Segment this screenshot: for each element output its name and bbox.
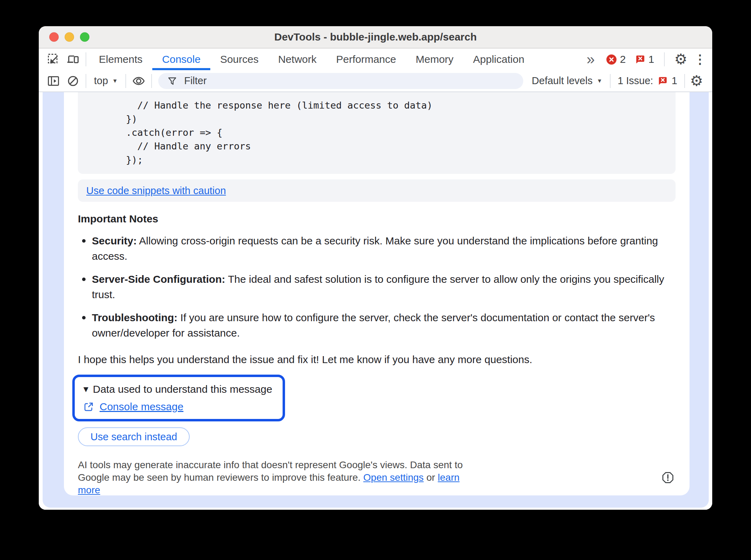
open-settings-link[interactable]: Open settings	[363, 472, 424, 483]
important-notes-heading: Important Notes	[78, 213, 676, 225]
issue-icon	[635, 54, 645, 65]
chevron-down-icon: ▼	[112, 78, 118, 84]
code-caution-banner: Use code snippets with caution	[78, 179, 676, 202]
minimize-window-button[interactable]	[65, 32, 74, 42]
title-bar: DevTools - bubble-jingle.web.app/search	[39, 26, 712, 49]
issues-label: 1 Issue:	[618, 75, 653, 87]
divider	[125, 74, 126, 88]
code-caution-link[interactable]: Use code snippets with caution	[86, 185, 226, 197]
filter-input[interactable]	[183, 75, 520, 87]
issues-count: 1	[672, 75, 677, 87]
ai-insight-panel: // Handle the response here (limited acc…	[43, 92, 709, 508]
list-item: Security: Allowing cross-origin requests…	[78, 233, 676, 264]
issues-counter[interactable]: 1 Issue: 1	[613, 75, 681, 87]
context-selector-label: top	[94, 75, 108, 87]
tab-sources[interactable]: Sources	[210, 49, 268, 70]
log-levels-dropdown[interactable]: Default levels ▼	[527, 75, 607, 87]
console-message-link[interactable]: Console message	[100, 401, 183, 413]
issues-badge[interactable]: 1	[633, 53, 656, 65]
zoom-window-button[interactable]	[80, 32, 89, 42]
error-icon	[606, 54, 617, 65]
filter-funnel-icon	[167, 75, 178, 87]
divider	[86, 74, 86, 88]
ai-disclaimer: AI tools may generate inaccurate info th…	[78, 459, 676, 495]
context-selector-dropdown[interactable]: top ▼	[89, 75, 123, 87]
tab-network[interactable]: Network	[268, 49, 326, 70]
divider	[684, 74, 685, 88]
divider	[151, 74, 152, 88]
clear-console-icon[interactable]	[63, 72, 83, 90]
divider	[664, 52, 665, 66]
tab-console[interactable]: Console	[152, 49, 210, 70]
show-sidebar-icon[interactable]	[44, 72, 63, 90]
traffic-lights	[49, 32, 89, 42]
more-tabs-icon[interactable]: »	[582, 52, 599, 67]
closing-remark: I hope this helps you understand the iss…	[78, 352, 676, 367]
list-item: Server-Side Configuration: The ideal and…	[78, 272, 676, 302]
error-count: 2	[620, 53, 626, 65]
tab-application[interactable]: Application	[463, 49, 534, 70]
inspect-element-icon[interactable]	[44, 50, 63, 68]
data-used-section-highlighted: ▼ Data used to understand this message C…	[72, 375, 285, 421]
devtools-window: DevTools - bubble-jingle.web.app/search …	[39, 26, 712, 510]
code-snippet-block: // Handle the response here (limited acc…	[78, 92, 676, 174]
code-snippet: // Handle the response here (limited acc…	[92, 98, 662, 167]
console-settings-gear-icon[interactable]: ⚙	[688, 72, 705, 90]
data-used-disclosure[interactable]: ▼ Data used to understand this message	[82, 383, 272, 395]
console-content: // Handle the response here (limited acc…	[39, 92, 712, 510]
use-search-instead-button[interactable]: Use search instead	[78, 427, 190, 446]
tab-performance[interactable]: Performance	[326, 49, 406, 70]
divider	[86, 52, 86, 66]
data-used-title: Data used to understand this message	[93, 383, 272, 395]
live-expression-eye-icon[interactable]	[129, 72, 148, 90]
issue-count: 1	[648, 53, 654, 65]
divider	[610, 74, 611, 88]
more-options-icon[interactable]: ⋮	[694, 50, 706, 68]
disclaimer-text: AI tools may generate inaccurate info th…	[78, 459, 471, 495]
ai-insight-card: // Handle the response here (limited acc…	[64, 92, 690, 495]
device-toolbar-icon[interactable]	[63, 50, 83, 68]
settings-gear-icon[interactable]: ⚙	[672, 50, 689, 68]
close-window-button[interactable]	[49, 32, 59, 42]
filter-box[interactable]	[158, 73, 523, 89]
console-toolbar: top ▼ Default levels ▼ 1 Issue:	[39, 70, 712, 92]
list-item: Troubleshooting: If you are unsure how t…	[78, 310, 676, 341]
devtools-tab-bar: Elements Console Sources Network Perform…	[39, 49, 712, 70]
chevron-down-icon: ▼	[597, 78, 602, 84]
report-issue-icon[interactable]	[662, 471, 674, 484]
log-levels-label: Default levels	[532, 75, 592, 87]
external-link-icon	[83, 401, 94, 412]
console-errors-badge[interactable]: 2	[604, 53, 628, 65]
issue-icon	[657, 76, 668, 86]
disclosure-triangle-icon: ▼	[82, 385, 90, 393]
window-title: DevTools - bubble-jingle.web.app/search	[274, 31, 477, 43]
notes-list: Security: Allowing cross-origin requests…	[78, 233, 676, 341]
tab-elements[interactable]: Elements	[89, 49, 152, 70]
tab-memory[interactable]: Memory	[406, 49, 463, 70]
